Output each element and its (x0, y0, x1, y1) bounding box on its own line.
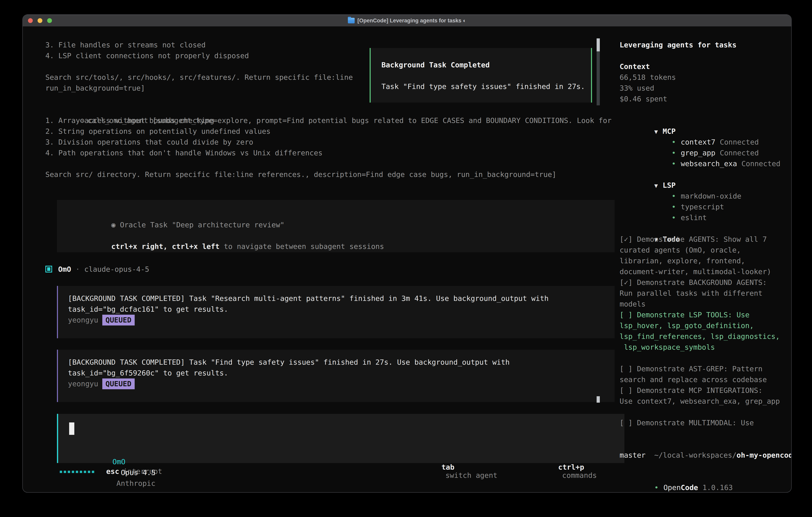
todo-line-done: Run parallel tasks with different (619, 288, 792, 299)
bullet-icon: • (671, 201, 681, 212)
window-title-text: [OpenCode] Leveraging agents for tasks ◐ (357, 18, 466, 24)
oracle-task-box[interactable]: ◉ Oracle Task "Deep architecture review"… (57, 200, 615, 252)
spacer-line (381, 71, 591, 81)
folder-icon (348, 18, 355, 23)
message-line-1: [BACKGROUND TASK COMPLETED] Task "Resear… (68, 293, 615, 304)
agent-model: claude-opus-4-5 (84, 265, 149, 273)
agent-header: OmO · claude-opus-4-5 (46, 264, 607, 274)
hint-shortcut: ctrl+x right, ctrl+x left (111, 242, 220, 250)
window-title: [OpenCode] Leveraging agents for tasks ◐ (348, 18, 466, 24)
mcp-server-name: websearch_exa (681, 160, 737, 168)
bullet-icon: • (671, 191, 681, 201)
app-name-regular: Open (663, 483, 681, 492)
tab-key-hint: tab (441, 463, 454, 471)
notification-toast[interactable]: Background Task Completed Task "Find typ… (370, 48, 592, 103)
queued-badge: QUEUED (102, 378, 135, 389)
todo-line-done: [✓] Demonstrate BACKGROUND AGENTS: (619, 277, 792, 288)
notification-title: Background Task Completed (381, 60, 591, 71)
spacer-line (619, 104, 792, 115)
message-line-2: task_id="bg_6f59260c" to get results. (68, 368, 615, 378)
todo-line-pending: Use context7, websearch_exa, grep_app (619, 396, 792, 407)
todo-line-done: document-writer, multimodal-looker) (619, 266, 792, 277)
todo-line-active: lsp_find_references, lsp_diagnostics, (619, 331, 792, 342)
chat-scrollbar-track[interactable] (597, 51, 600, 105)
tab-key-label: switch agent (445, 471, 497, 480)
lsp-server-name: typescript (681, 203, 724, 211)
todo-line-done: curated agents (OmO, oracle, (619, 245, 792, 255)
fisheye-icon: ◉ (111, 221, 116, 229)
bullet-icon: • (671, 147, 681, 158)
lsp-server-name: eslint (681, 214, 707, 222)
queued-badge: QUEUED (102, 315, 135, 325)
todo-pending-tail: [ ] Demonstrate MULTIMODAL: Use (619, 417, 792, 428)
chat-scrollbar-end[interactable] (597, 396, 600, 403)
chat-line: 3. Division operations that could divide… (46, 137, 607, 147)
mcp-server-name: grep_app (681, 149, 715, 157)
todo-active-lines: [ ] Demonstrate LSP TOOLS: Uselsp_hover,… (619, 309, 792, 353)
mcp-heading-label: MCP (663, 127, 675, 135)
todo-pending-lines: [ ] Demonstrate AST-GREP: Patternsearch … (619, 363, 792, 407)
context-heading: Context (619, 61, 792, 72)
session-title: Leveraging agents for tasks (619, 39, 792, 50)
mcp-server-status: Connected (742, 160, 780, 168)
todo-line-done: librarian, explore, frontend, (619, 255, 792, 266)
titlebar[interactable]: [OpenCode] Leveraging agents for tasks ◐ (23, 15, 791, 26)
ctrlp-key-hint: ctrl+p (558, 463, 584, 471)
todo-line-pending: [ ] Demonstrate AST-GREP: Pattern (619, 363, 792, 374)
lsp-heading-label: LSP (663, 181, 675, 189)
bullet-icon: • (654, 482, 663, 493)
input-agent-name: OmO (113, 458, 125, 466)
window-content: 3. File handles or streams not closed4. … (23, 26, 791, 492)
text-cursor (69, 423, 74, 435)
prompt-input[interactable]: OmO Opus 4.5 Anthropic (57, 414, 625, 463)
spacer-line (619, 50, 792, 61)
chevron-down-icon: ▼ (654, 182, 658, 189)
chat-pane: 3. File handles or streams not closed4. … (23, 26, 607, 492)
message-meta-row: yeongyu QUEUED (68, 378, 615, 389)
chat-scrollbar-thumb[interactable] (597, 38, 600, 51)
chat-line: 4. Path operations that don't handle Win… (46, 147, 607, 158)
mcp-server-status: Connected (720, 149, 759, 157)
author-name: yeongyu (68, 315, 98, 325)
minimize-button[interactable] (37, 18, 42, 23)
chat-line: Search src/ directory. Return specific f… (46, 169, 607, 180)
author-name: yeongyu (68, 378, 98, 389)
todo-line-pending: [ ] Demonstrate MCP INTEGRATIONS: (619, 385, 792, 396)
agent-name: OmO (58, 265, 71, 273)
workspace-path: ~/local-workspaces/oh-my-opencode: (619, 439, 792, 450)
app-name-bold: Code (681, 483, 698, 492)
background-task-message: [BACKGROUND TASK COMPLETED] Task "Resear… (57, 286, 615, 338)
chat-line: 2. String operations on potentially unde… (46, 126, 607, 137)
separator-dot: · (76, 265, 80, 273)
oracle-task-hint: ctrl+x right, ctrl+x left to navigate be… (68, 230, 615, 241)
bullet-icon: • (671, 212, 681, 223)
todo-line-active: lsp_hover, lsp_goto_definition, (619, 320, 792, 331)
context-line: 33% used (619, 83, 792, 93)
todo-done-lines: [✓] Demonstrate AGENTS: Show all 7curate… (619, 234, 792, 309)
zoom-button[interactable] (47, 18, 52, 23)
chevron-down-icon: ▼ (654, 128, 658, 135)
input-model-name: Opus 4.5 (121, 468, 155, 477)
lsp-server-name: markdown-oxide (681, 192, 741, 200)
message-list: [BACKGROUND TASK COMPLETED] Task "Resear… (46, 286, 607, 402)
context-lines: 66,518 tokens33% used$0.46 spent (619, 72, 792, 104)
mcp-server-status: Connected (720, 138, 759, 146)
context-line: $0.46 spent (619, 93, 792, 104)
ctrlp-key-label: commands (562, 471, 597, 480)
todo-line-active: lsp_workspace_symbols (619, 342, 792, 353)
todo-line-pending: search and replace across codebase (619, 374, 792, 385)
version-row: •OpenCode1.0.163 (619, 471, 792, 482)
section-header-mcp[interactable]: ▼MCP (619, 115, 792, 126)
spacer-line (619, 353, 792, 363)
oracle-task-title-line: ◉ Oracle Task "Deep architecture review" (68, 209, 615, 219)
close-button[interactable] (28, 18, 33, 23)
message-line-1: [BACKGROUND TASK COMPLETED] Task "Find t… (68, 357, 615, 368)
context-line: 66,518 tokens (619, 72, 792, 83)
todo-line-active: [ ] Demonstrate LSP TOOLS: Use (619, 309, 792, 320)
message-line-2: task_id="bg_dcfac161" to get results. (68, 304, 615, 315)
bullet-icon: • (671, 158, 681, 169)
input-footer: OmO Opus 4.5 Anthropic (69, 446, 155, 456)
bullet-icon: • (671, 137, 681, 147)
notification-body: Task "Find type safety issues" finished … (381, 81, 591, 92)
hint-text: to navigate between subagent sessions (220, 242, 384, 250)
